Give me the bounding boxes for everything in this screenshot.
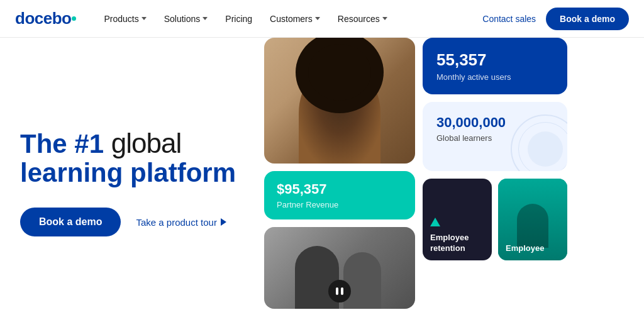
revenue-label: Partner Revenue [277, 200, 402, 209]
chevron-down-icon [203, 17, 208, 20]
hero-heading: The #1 global learning platform [20, 128, 244, 188]
nav-links: Products Solutions Pricing Customers Res… [96, 9, 482, 29]
employee-retention-content: Employee retention [423, 211, 492, 260]
bottom-small-cards: Employee retention Employee [423, 179, 567, 260]
chevron-down-icon [142, 17, 147, 20]
trend-up-arrow-icon [430, 218, 440, 226]
pause-button[interactable] [328, 280, 351, 303]
nav-item-solutions[interactable]: Solutions [157, 9, 216, 29]
book-demo-nav-button[interactable]: Book a demo [546, 8, 629, 30]
employee-card-content: Employee [498, 237, 567, 260]
person-image [264, 38, 415, 164]
hero-section: The #1 global learning platform Book a d… [0, 38, 264, 322]
active-users-number: 55,357 [436, 50, 553, 70]
nav-item-resources[interactable]: Resources [330, 9, 395, 29]
hero-actions: Book a demo Take a product tour [20, 208, 244, 236]
logo-dot [72, 16, 76, 21]
employee-retention-card: Employee retention [423, 179, 492, 260]
bottom-photo-card [264, 227, 415, 309]
main-content: The #1 global learning platform Book a d… [0, 38, 644, 322]
chevron-down-icon [382, 17, 387, 20]
active-users-label: Monthly active users [436, 72, 553, 82]
person-photo-card [264, 38, 415, 164]
book-demo-hero-button[interactable]: Book a demo [20, 208, 121, 236]
global-text: global [111, 128, 181, 158]
nav-item-customers[interactable]: Customers [262, 9, 328, 29]
arrow-right-icon [221, 218, 226, 226]
navigation: docebo Products Solutions Pricing Custom… [0, 0, 644, 38]
logo-text: docebo [15, 9, 71, 28]
nav-item-products[interactable]: Products [96, 9, 153, 29]
nav-item-pricing[interactable]: Pricing [218, 9, 260, 29]
center-cards-column: $95,357 Partner Revenue [264, 38, 415, 309]
revenue-card: $95,357 Partner Revenue [264, 171, 415, 219]
hero-right-content: $95,357 Partner Revenue 55,357 Monthly a… [264, 38, 644, 322]
pause-icon [336, 287, 343, 295]
employee-retention-label: Employee retention [430, 233, 484, 254]
global-learners-card: 30,000,000 Global learners [423, 102, 567, 171]
active-users-card: 55,357 Monthly active users [423, 38, 567, 94]
nav-actions: Contact sales Book a demo [482, 8, 629, 30]
logo[interactable]: docebo [15, 9, 76, 28]
contact-sales-button[interactable]: Contact sales [482, 14, 536, 24]
revenue-amount: $95,357 [277, 181, 402, 197]
employee-label: Employee [506, 243, 560, 254]
stats-column: 55,357 Monthly active users 30,000,000 G… [423, 38, 567, 260]
product-tour-link[interactable]: Take a product tour [136, 217, 226, 228]
chevron-down-icon [315, 17, 320, 20]
employee-card: Employee [498, 179, 567, 260]
